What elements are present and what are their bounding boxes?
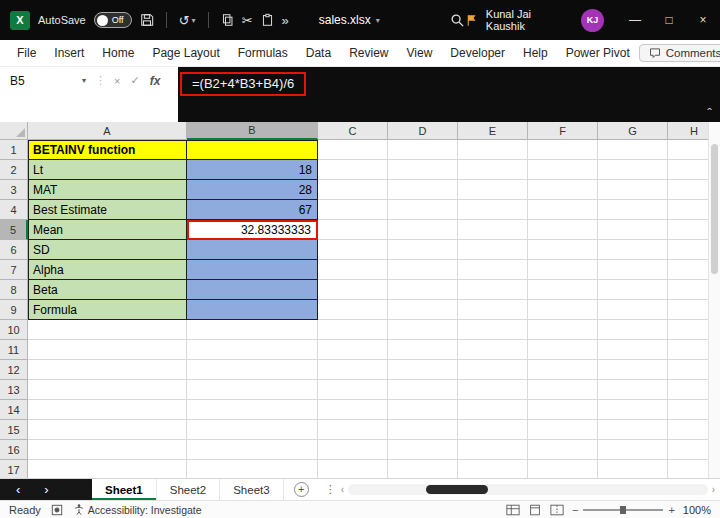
cell-B10[interactable] [187, 320, 318, 340]
cells-C17-H17[interactable] [318, 460, 720, 478]
tab-view[interactable]: View [398, 40, 442, 66]
avatar[interactable]: KJ [581, 9, 604, 32]
column-header-A[interactable]: A [28, 122, 187, 140]
zoom-slider-knob[interactable] [620, 506, 626, 514]
cells-C6-H6[interactable] [318, 240, 720, 260]
tab-help[interactable]: Help [514, 40, 557, 66]
tab-page-layout[interactable]: Page Layout [143, 40, 228, 66]
cell-A16[interactable] [28, 440, 187, 460]
cell-A6[interactable]: SD [28, 240, 187, 260]
cell-B1[interactable] [187, 140, 318, 160]
row-header-7[interactable]: 7 [0, 260, 28, 280]
comments-button[interactable]: Comments [639, 44, 720, 62]
tab-home[interactable]: Home [93, 40, 143, 66]
sheet-tab-sheet2[interactable]: Sheet2 [157, 479, 220, 500]
row-header-4[interactable]: 4 [0, 200, 28, 220]
row-header-13[interactable]: 13 [0, 380, 28, 400]
cell-B9[interactable] [187, 300, 318, 320]
search-icon[interactable] [450, 13, 465, 28]
row-header-14[interactable]: 14 [0, 400, 28, 420]
user-name[interactable]: Kunal Jai Kaushik [486, 8, 573, 32]
formula-bar-collapse-icon[interactable]: ˆ [707, 107, 712, 121]
cell-A5[interactable]: Mean [28, 220, 187, 240]
tab-formulas[interactable]: Formulas [229, 40, 297, 66]
accessibility-status[interactable]: Accessibility: Investigate [88, 504, 202, 516]
cell-A7[interactable]: Alpha [28, 260, 187, 280]
zoom-level[interactable]: 100% [683, 504, 711, 516]
cell-B12[interactable] [187, 360, 318, 380]
cell-B5-active[interactable]: 32.83333333 [187, 220, 318, 240]
cell-B16[interactable] [187, 440, 318, 460]
cells-C1-H1[interactable] [318, 140, 720, 160]
cell-B3[interactable]: 28 [187, 180, 318, 200]
toolbar-overflow-icon[interactable]: » [282, 13, 289, 28]
horizontal-scrollbar[interactable]: ‹ › [336, 479, 720, 500]
cells-C11-H11[interactable] [318, 340, 720, 360]
minimize-button[interactable]: — [618, 0, 652, 40]
tab-review[interactable]: Review [340, 40, 397, 66]
tab-insert[interactable]: Insert [45, 40, 93, 66]
cell-A2[interactable]: Lt [28, 160, 187, 180]
tab-power-pivot[interactable]: Power Pivot [557, 40, 639, 66]
vertical-scrollbar-thumb[interactable] [711, 144, 718, 274]
cell-B2[interactable]: 18 [187, 160, 318, 180]
cells-C15-H15[interactable] [318, 420, 720, 440]
formula-input-area[interactable]: =(B2+4*B3+B4)/6 ˆ [178, 67, 720, 122]
copy-icon[interactable] [221, 13, 234, 27]
file-name[interactable]: sales.xlsx ▾ [319, 13, 380, 27]
horizontal-scrollbar-track[interactable] [348, 484, 708, 495]
cell-A17[interactable] [28, 460, 187, 478]
cells-C13-H13[interactable] [318, 380, 720, 400]
cells-C12-H12[interactable] [318, 360, 720, 380]
column-header-C[interactable]: C [318, 122, 388, 140]
sheet-nav-right-icon[interactable]: › [44, 482, 48, 497]
save-icon[interactable] [140, 13, 154, 27]
sheet-nav-left-icon[interactable]: ‹ [16, 482, 20, 497]
row-header-6[interactable]: 6 [0, 240, 28, 260]
cell-B15[interactable] [187, 420, 318, 440]
row-header-2[interactable]: 2 [0, 160, 28, 180]
clipboard-icon[interactable] [261, 13, 274, 27]
cells-C7-H7[interactable] [318, 260, 720, 280]
cell-A14[interactable] [28, 400, 187, 420]
enter-icon[interactable]: ✓ [130, 74, 139, 87]
maximize-button[interactable]: □ [652, 0, 686, 40]
row-header-3[interactable]: 3 [0, 180, 28, 200]
cell-A9[interactable]: Formula [28, 300, 187, 320]
cell-A15[interactable] [28, 420, 187, 440]
cells-C14-H14[interactable] [318, 400, 720, 420]
view-normal-icon[interactable] [506, 504, 520, 516]
hscroll-right-icon[interactable]: › [712, 484, 715, 495]
cell-A10[interactable] [28, 320, 187, 340]
horizontal-scrollbar-thumb[interactable] [426, 485, 488, 494]
zoom-in-icon[interactable]: + [668, 504, 674, 516]
cell-B17[interactable] [187, 460, 318, 478]
column-header-G[interactable]: G [598, 122, 668, 140]
flag-icon[interactable] [465, 13, 478, 27]
row-header-16[interactable]: 16 [0, 440, 28, 460]
cancel-icon[interactable]: × [114, 75, 120, 87]
select-all-corner[interactable] [0, 122, 28, 140]
cell-A13[interactable] [28, 380, 187, 400]
cells-C4-H4[interactable] [318, 200, 720, 220]
tab-file[interactable]: File [8, 40, 45, 66]
sheet-tab-sheet3[interactable]: Sheet3 [220, 479, 283, 500]
view-page-break-icon[interactable] [550, 504, 564, 516]
row-header-17[interactable]: 17 [0, 460, 28, 478]
cell-B13[interactable] [187, 380, 318, 400]
insert-function-icon[interactable]: fx [150, 74, 161, 88]
cell-B14[interactable] [187, 400, 318, 420]
zoom-slider[interactable] [583, 509, 663, 511]
column-header-F[interactable]: F [528, 122, 598, 140]
row-header-12[interactable]: 12 [0, 360, 28, 380]
cells-C8-H8[interactable] [318, 280, 720, 300]
column-header-D[interactable]: D [388, 122, 458, 140]
cell-A4[interactable]: Best Estimate [28, 200, 187, 220]
tab-data[interactable]: Data [297, 40, 340, 66]
cut-icon[interactable]: ✂ [242, 13, 253, 28]
sheet-tab-sheet1[interactable]: Sheet1 [92, 479, 157, 500]
close-button[interactable]: × [686, 0, 720, 40]
row-header-9[interactable]: 9 [0, 300, 28, 320]
tab-developer[interactable]: Developer [441, 40, 514, 66]
cell-A12[interactable] [28, 360, 187, 380]
